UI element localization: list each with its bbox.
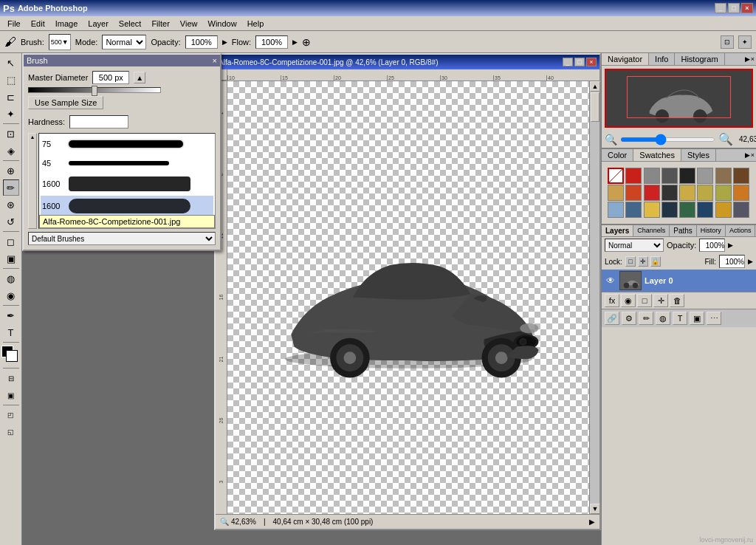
swatch-brown3[interactable] [662,185,678,201]
tab-info[interactable]: Info [649,53,675,65]
tab-paths[interactable]: Paths [670,225,697,236]
lock-all-icon[interactable]: 🔒 [650,256,661,267]
brush-preset-select[interactable]: Default Brushes [28,232,216,245]
tool-eraser[interactable]: ◻ [3,233,19,250]
swatch-gray2[interactable] [697,168,713,184]
flow-input[interactable] [255,35,288,49]
swatch-orange-red[interactable] [625,185,642,201]
tool-move[interactable]: ↖ [3,55,19,71]
brush-item-75[interactable]: 75 [41,135,213,153]
tool-blur[interactable]: ◍ [3,270,19,287]
layer-row-0[interactable]: 👁 Layer 0 [602,270,756,292]
panel-settings-icon[interactable]: ⚙ [622,312,636,325]
swatch-dark-amber[interactable] [715,202,732,218]
use-sample-size-button[interactable]: Use Sample Size [28,96,103,109]
layer-group-button[interactable]: □ [637,294,652,307]
extra-option-right[interactable]: ✦ [738,35,752,49]
doc-minimize-button[interactable]: _ [563,58,573,66]
swatch-dark1[interactable] [662,168,678,184]
tab-actions[interactable]: Actions [726,225,756,236]
fill-arrow[interactable]: ▶ [748,258,753,265]
menu-view[interactable]: View [176,18,202,30]
swatch-forest[interactable] [679,202,695,218]
menu-window[interactable]: Window [204,18,241,30]
tab-history[interactable]: History [697,225,726,236]
scroll-up-button[interactable]: ▲ [590,81,600,92]
layer-visibility-toggle[interactable]: 👁 [605,275,616,287]
panel-paint-icon[interactable]: ◍ [656,312,670,325]
swatch-bright-gold[interactable] [644,202,660,218]
brush-item-1600b[interactable]: 1600 [41,196,213,216]
tool-clone[interactable]: ⊛ [3,196,19,213]
background-color[interactable] [6,350,18,362]
tool-crop[interactable]: ⊡ [3,126,19,142]
tool-extras2[interactable]: ◱ [3,424,19,440]
tab-styles[interactable]: Styles [681,149,716,161]
scroll-track[interactable] [590,92,599,504]
swatch-light-blue[interactable] [608,202,624,218]
panel-gradient-icon[interactable]: ▣ [690,312,704,325]
brush-item-1600a[interactable]: 1600 [41,174,213,194]
scroll-down-button[interactable]: ▼ [590,504,600,514]
menu-edit[interactable]: Edit [27,18,49,30]
tab-channels[interactable]: Channels [633,225,670,236]
diameter-increment[interactable]: ▲ [134,72,145,83]
tab-color[interactable]: Color [602,149,633,161]
tool-selection[interactable]: ⬚ [3,72,19,88]
foreground-background-colors[interactable] [1,346,21,365]
blend-mode-select[interactable]: NormalMultiply [605,239,664,252]
menu-layer[interactable]: Layer [83,18,113,30]
swatch-red[interactable] [625,168,642,184]
panel-more-icon[interactable]: ⋯ [707,312,721,325]
panel-link-icon[interactable]: 🔗 [605,312,619,325]
flow-arrow[interactable]: ▶ [292,38,298,46]
brush-panel-close[interactable]: × [213,56,217,65]
zoom-in-icon[interactable]: 🔍 [718,132,733,146]
scroll-thumb[interactable] [591,92,599,122]
swatch-burnt-orange[interactable] [733,185,749,201]
navigator-close-icon[interactable]: × [751,55,755,63]
swatch-dark-blue[interactable] [697,202,713,218]
tool-type[interactable]: T [3,324,19,340]
navigator-expand-icon[interactable]: ▶ [745,55,750,63]
tool-mask-mode[interactable]: ⊟ [3,370,19,386]
swatch-gray1[interactable] [644,168,660,184]
swatch-brown1[interactable] [715,168,732,184]
brush-item-45[interactable]: 45 [41,154,213,172]
swatch-amber[interactable] [679,185,695,201]
opacity-arrow[interactable]: ▶ [222,38,227,46]
brush-list[interactable]: 75 45 1600 [38,133,216,229]
tool-slice[interactable]: ◈ [3,143,19,159]
swatch-olive[interactable] [715,185,732,201]
panel-type-icon[interactable]: T [673,312,687,325]
canvas-display[interactable] [227,81,589,514]
menu-help[interactable]: Help [243,18,269,30]
maximize-button[interactable]: □ [728,3,740,13]
tool-screen-mode[interactable]: ▣ [3,387,19,403]
diameter-input[interactable] [92,71,129,84]
zoom-out-icon[interactable]: 🔍 [605,134,617,145]
tool-history-brush[interactable]: ↺ [3,213,19,230]
brush-size-preview[interactable]: 500 ▼ [49,34,71,50]
minimize-button[interactable]: _ [715,3,726,13]
tool-magic-wand[interactable]: ✦ [3,106,19,122]
css-expand-icon[interactable]: ▶ [745,151,750,159]
swatch-none[interactable] [608,168,624,184]
tool-dodge[interactable]: ◉ [3,287,19,304]
swatch-darker[interactable] [679,168,695,184]
opacity-input[interactable] [185,35,218,49]
menu-filter[interactable]: Filter [147,18,173,30]
layer-style-button[interactable]: fx [605,294,619,307]
swatch-brown2[interactable] [733,168,749,184]
panel-brush-icon[interactable]: ✏ [639,312,653,325]
tab-layers[interactable]: Layers [602,225,633,236]
swatch-mid-blue[interactable] [625,202,642,218]
new-layer-button[interactable]: ✛ [653,294,668,307]
document-title-buttons[interactable]: _ □ × [563,58,597,66]
tool-pen[interactable]: ✒ [3,307,19,323]
menu-select[interactable]: Select [114,18,146,30]
mode-select[interactable]: NormalMultiplyScreen [102,35,146,49]
fill-value[interactable] [719,255,745,268]
lock-position-icon[interactable]: ✛ [638,256,648,267]
vertical-scrollbar[interactable]: ▲ ▼ [589,81,599,514]
